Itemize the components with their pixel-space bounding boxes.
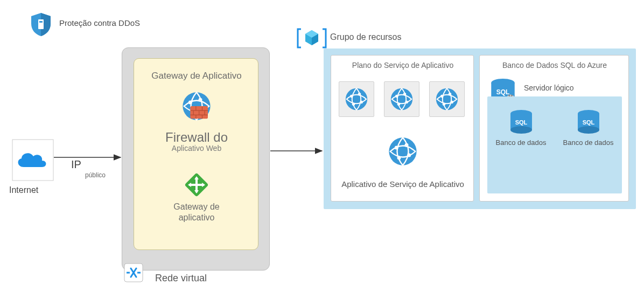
arrows-layer (0, 0, 644, 298)
